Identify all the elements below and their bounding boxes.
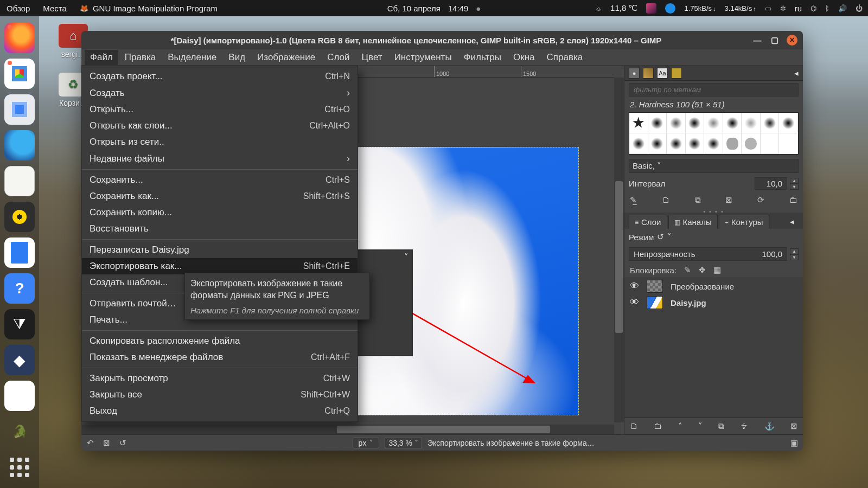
file-quit[interactable]: ВыходCtrl+Q <box>82 403 358 419</box>
file-close-all[interactable]: Закрыть всеShift+Ctrl+W <box>82 387 358 403</box>
file-save-copy[interactable]: Сохранить копию... <box>82 204 358 221</box>
lock-position-icon[interactable]: ✥ <box>699 265 706 275</box>
dock-vscode[interactable]: ⧩ <box>4 309 35 339</box>
dock-misc[interactable]: 🐊 <box>4 416 35 447</box>
menu-select[interactable]: Выделение <box>162 50 222 65</box>
dock-apps-grid[interactable] <box>4 452 35 483</box>
layer-item-transform[interactable]: 👁 Преобразование <box>624 278 803 294</box>
new-group-icon[interactable]: 🗀 <box>654 421 662 431</box>
brush-duplicate-icon[interactable]: ⧉ <box>695 195 701 205</box>
history-tab-icon[interactable] <box>671 68 682 79</box>
dock-menu-icon[interactable]: ◂ <box>794 68 799 78</box>
lock-pixels-icon[interactable]: ✎ <box>684 265 691 275</box>
status-delete-icon[interactable]: ⊠ <box>101 438 112 448</box>
brush-grid[interactable] <box>629 112 799 155</box>
file-export-as[interactable]: Экспортировать как...Shift+Ctrl+E <box>82 258 358 274</box>
file-recent[interactable]: Недавние файлы <box>82 150 358 167</box>
network-icon[interactable]: ⌬ <box>810 4 816 12</box>
menu-help[interactable]: Справка <box>541 50 588 65</box>
zoom-select[interactable]: 33,3 % ˅ <box>385 438 422 448</box>
accessibility-icon[interactable]: ✲ <box>780 4 786 12</box>
dock-files[interactable] <box>4 166 35 196</box>
layer-item-daisy[interactable]: 👁 Daisy.jpg <box>624 294 803 311</box>
merge-down-icon[interactable]: ⭍ <box>740 421 748 431</box>
brush-open-as-icon[interactable]: 🗀 <box>789 195 797 205</box>
file-revert[interactable]: Восстановить <box>82 221 358 237</box>
horizontal-scrollbar[interactable] <box>81 425 614 434</box>
brush-edit-icon[interactable]: ✎̲ <box>630 195 637 205</box>
titlebar[interactable]: *[Daisy] (импортировано)-1.0 (Цвета RGB … <box>81 31 803 49</box>
maximize-button[interactable]: ▢ <box>769 35 780 46</box>
file-open-location[interactable]: Открыть из сети.. <box>82 134 358 150</box>
file-open-as-layers[interactable]: Открыть как слои...Ctrl+Alt+O <box>82 118 358 134</box>
brush-filter-input[interactable] <box>629 83 799 97</box>
brush-preset-select[interactable]: Basic, ˅ <box>629 159 799 173</box>
menu-tools[interactable]: Инструменты <box>389 50 457 65</box>
anchor-layer-icon[interactable]: ⚓ <box>764 421 775 431</box>
duplicate-layer-icon[interactable]: ⧉ <box>718 421 724 431</box>
new-layer-icon[interactable]: 🗋 <box>630 421 638 431</box>
clock-area[interactable]: Сб, 10 апреля 14:49 ● <box>387 4 481 13</box>
dock-firefox[interactable] <box>4 23 35 53</box>
vertical-scrollbar[interactable] <box>614 78 624 422</box>
interval-spinner[interactable]: ▴▾ <box>790 178 799 190</box>
layer-name[interactable]: Преобразование <box>671 282 734 291</box>
layers-dock-menu-icon[interactable]: ◂ <box>786 215 799 229</box>
bluetooth-icon[interactable]: ᛒ <box>825 4 829 12</box>
unit-select[interactable]: px ˅ <box>353 438 380 448</box>
minimize-button[interactable]: — <box>752 35 763 46</box>
menu-layer[interactable]: Слой <box>322 50 355 65</box>
dock-rhythmbox[interactable] <box>4 202 35 232</box>
eye-icon[interactable]: 👁 <box>630 281 639 292</box>
patterns-tab-icon[interactable] <box>643 68 654 79</box>
active-app-menu[interactable]: 🦊 GNU Image Manipulation Program <box>80 4 218 13</box>
layer-name[interactable]: Daisy.jpg <box>671 298 706 307</box>
dock-thunderbird[interactable] <box>4 130 35 160</box>
lock-alpha-icon[interactable]: ▦ <box>713 265 721 275</box>
keyboard-layout-label[interactable]: ru <box>795 4 802 13</box>
file-show-in-fm[interactable]: Показать в менеджере файловCtrl+Alt+F <box>82 349 358 365</box>
dock-help[interactable]: ? <box>4 273 35 304</box>
brushes-tab-icon[interactable]: ● <box>629 68 640 79</box>
file-open[interactable]: Открыть...Ctrl+O <box>82 101 358 118</box>
brush-new-icon[interactable]: 🗋 <box>662 195 670 205</box>
status-undo-icon[interactable]: ↶ <box>85 438 95 448</box>
raise-layer-icon[interactable]: ˄ <box>678 421 682 431</box>
menu-view[interactable]: Вид <box>223 50 251 65</box>
dock-chrome[interactable] <box>4 59 35 89</box>
file-overwrite[interactable]: Перезаписать Daisy.jpg <box>82 242 358 258</box>
file-new-project[interactable]: Создать проект...Ctrl+N <box>82 68 358 85</box>
file-copy-path[interactable]: Скопировать расположение файла <box>82 333 358 349</box>
places-menu[interactable]: Места <box>43 4 67 13</box>
status-history-icon[interactable]: ↺ <box>117 438 128 448</box>
close-button[interactable]: ✕ <box>787 35 797 46</box>
dock-remote[interactable]: ⬡ <box>4 381 35 411</box>
tray-icon-cube[interactable] <box>646 3 656 14</box>
file-close-view[interactable]: Закрыть просмотрCtrl+W <box>82 370 358 387</box>
tab-paths[interactable]: ⌁Контуры <box>719 215 769 229</box>
lower-layer-icon[interactable]: ˅ <box>698 421 703 431</box>
delete-layer-icon[interactable]: ⊠ <box>790 421 797 431</box>
menu-windows[interactable]: Окна <box>508 50 540 65</box>
panel-grip[interactable]: • • • • <box>624 208 803 213</box>
brush-refresh-icon[interactable]: ⟳ <box>757 195 764 205</box>
eye-icon[interactable]: 👁 <box>630 297 639 308</box>
file-create[interactable]: Создать <box>82 85 358 101</box>
power-icon[interactable]: ⏻ <box>856 4 863 12</box>
tray-icon-qb[interactable] <box>665 3 675 14</box>
dock-virtualbox[interactable]: ◆ <box>4 345 35 375</box>
file-save[interactable]: Сохранить...Ctrl+S <box>82 172 358 188</box>
menu-edit[interactable]: Правка <box>119 50 161 65</box>
interval-value[interactable]: 10,0 <box>755 177 787 190</box>
dock-chromium[interactable] <box>4 94 35 125</box>
dock-libreoffice-writer[interactable] <box>4 237 35 268</box>
brush-delete-icon[interactable]: ⊠ <box>725 195 732 205</box>
menu-image[interactable]: Изображение <box>252 50 321 65</box>
opacity-spinner[interactable]: ▴▾ <box>790 248 799 260</box>
fonts-tab-icon[interactable]: Aa <box>657 68 668 79</box>
menu-filters[interactable]: Фильтры <box>458 50 507 65</box>
tab-channels[interactable]: ▥Каналы <box>668 215 718 229</box>
tab-layers[interactable]: ≡Слои <box>629 215 667 229</box>
volume-icon[interactable]: 🔊 <box>838 4 847 12</box>
status-softproof-icon[interactable]: ▣ <box>789 438 800 448</box>
